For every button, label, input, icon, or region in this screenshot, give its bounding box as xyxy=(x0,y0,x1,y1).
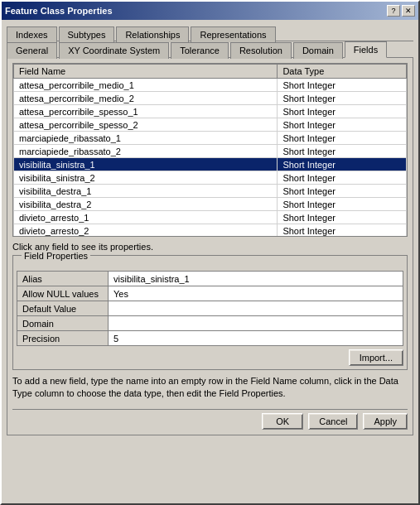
field-name-cell: attesa_percorribile_spesso_2 xyxy=(14,118,278,132)
field-name-cell: visibilita_sinistra_1 xyxy=(14,158,278,171)
field-properties-table: Aliasvisibilita_sinistra_1Allow NULL val… xyxy=(17,271,403,346)
tab-representations[interactable]: Representations xyxy=(191,26,275,42)
dialog-buttons: OK Cancel Apply xyxy=(12,409,408,430)
data-type-cell: Short Integer xyxy=(278,171,407,185)
table-row[interactable]: visibilita_destra_2Short Integer xyxy=(14,198,407,211)
tab-indexes[interactable]: Indexes xyxy=(7,26,57,42)
tab-row-1-wrapper: Indexes Subtypes Relationships Represent… xyxy=(7,25,413,41)
fields-table: Field Name Data Type attesa_percorribile… xyxy=(13,64,407,237)
data-type-cell: Short Integer xyxy=(278,145,407,158)
data-type-cell: Short Integer xyxy=(278,211,407,224)
fp-label: Precision xyxy=(17,331,109,346)
title-bar: Feature Class Properties ? ✕ xyxy=(2,2,418,20)
data-type-cell: Short Integer xyxy=(278,198,407,211)
table-row[interactable]: attesa_percorribile_spesso_2Short Intege… xyxy=(14,118,407,132)
ok-button[interactable]: OK xyxy=(262,413,303,430)
field-name-cell: marciapiede_ribassato_2 xyxy=(14,145,278,158)
data-type-cell: Short Integer xyxy=(278,185,407,198)
fp-value[interactable] xyxy=(109,316,403,331)
title-buttons: ? ✕ xyxy=(387,5,415,17)
window-title: Feature Class Properties xyxy=(5,6,113,16)
field-properties-title: Field Properties xyxy=(22,251,90,261)
fp-row: Domain xyxy=(17,316,403,331)
tab-fields[interactable]: Fields xyxy=(345,41,387,58)
table-row[interactable]: visibilita_sinistra_2Short Integer xyxy=(14,171,407,185)
fp-value[interactable]: visibilita_sinistra_1 xyxy=(109,272,403,286)
cancel-button[interactable]: Cancel xyxy=(308,413,358,430)
data-type-cell: Short Integer xyxy=(278,158,407,171)
fp-label: Allow NULL values xyxy=(17,286,109,301)
table-row[interactable]: marciapiede_ribassato_1Short Integer xyxy=(14,132,407,145)
tab-resolution[interactable]: Resolution xyxy=(230,42,292,59)
table-row[interactable]: divieto_arresto_1Short Integer xyxy=(14,211,407,224)
apply-button[interactable]: Apply xyxy=(363,413,408,430)
tab-subtypes[interactable]: Subtypes xyxy=(59,26,115,42)
fp-row: Aliasvisibilita_sinistra_1 xyxy=(17,272,403,286)
footer-text: To add a new field, type the name into a… xyxy=(12,375,408,401)
fp-value[interactable]: 5 xyxy=(109,331,403,346)
table-row[interactable]: divieto_arresto_2Short Integer xyxy=(14,224,407,238)
data-type-cell: Short Integer xyxy=(278,79,407,92)
tab-panel: Field Name Data Type attesa_percorribile… xyxy=(7,57,413,435)
tab-tolerance[interactable]: Tolerance xyxy=(171,42,229,59)
data-type-cell: Short Integer xyxy=(278,92,407,105)
fields-table-container[interactable]: Field Name Data Type attesa_percorribile… xyxy=(12,63,408,237)
field-properties-group: Field Properties Aliasvisibilita_sinistr… xyxy=(12,255,408,370)
field-name-cell: attesa_percorribile_medio_2 xyxy=(14,92,278,105)
field-name-cell: visibilita_sinistra_2 xyxy=(14,171,278,185)
fp-value[interactable] xyxy=(109,301,403,316)
field-name-cell: divieto_arresto_2 xyxy=(14,224,278,238)
close-button[interactable]: ✕ xyxy=(402,5,415,17)
field-name-cell: divieto_arresto_1 xyxy=(14,211,278,224)
table-row[interactable]: attesa_percorribile_spesso_1Short Intege… xyxy=(14,105,407,118)
table-row[interactable]: visibilita_sinistra_1Short Integer xyxy=(14,158,407,171)
col-field-name[interactable]: Field Name xyxy=(14,65,278,79)
tab-xy-coordinate[interactable]: XY Coordinate System xyxy=(59,42,169,59)
data-type-cell: Short Integer xyxy=(278,118,407,132)
fp-label: Alias xyxy=(17,272,109,286)
tab-row-2: General XY Coordinate System Tolerance R… xyxy=(7,41,413,58)
help-button[interactable]: ? xyxy=(387,5,400,17)
dialog-window: Feature Class Properties ? ✕ Indexes Sub… xyxy=(0,0,420,505)
field-name-cell: attesa_percorribile_spesso_1 xyxy=(14,105,278,118)
data-type-cell: Short Integer xyxy=(278,224,407,238)
data-type-cell: Short Integer xyxy=(278,132,407,145)
table-row[interactable]: attesa_percorribile_medio_2Short Integer xyxy=(14,92,407,105)
field-name-cell: visibilita_destra_2 xyxy=(14,198,278,211)
tab-row-2-wrapper: General XY Coordinate System Tolerance R… xyxy=(7,41,413,58)
fp-row: Default Value xyxy=(17,301,403,316)
fp-label: Domain xyxy=(17,316,109,331)
import-btn-row: Import... xyxy=(17,349,403,366)
field-name-cell: visibilita_destra_1 xyxy=(14,185,278,198)
tab-row-1: Indexes Subtypes Relationships Represent… xyxy=(7,25,413,41)
col-data-type[interactable]: Data Type xyxy=(278,65,407,79)
table-row[interactable]: visibilita_destra_1Short Integer xyxy=(14,185,407,198)
fp-row: Allow NULL valuesYes xyxy=(17,286,403,301)
table-row[interactable]: marciapiede_ribassato_2Short Integer xyxy=(14,145,407,158)
fp-label: Default Value xyxy=(17,301,109,316)
fp-value[interactable]: Yes xyxy=(109,286,403,301)
field-name-cell: attesa_percorribile_medio_1 xyxy=(14,79,278,92)
tab-general[interactable]: General xyxy=(7,42,57,59)
tab-relationships[interactable]: Relationships xyxy=(116,26,189,42)
import-button[interactable]: Import... xyxy=(349,349,403,366)
dialog-content: Indexes Subtypes Relationships Represent… xyxy=(2,20,418,440)
field-name-cell: marciapiede_ribassato_1 xyxy=(14,132,278,145)
fp-row: Precision5 xyxy=(17,331,403,346)
table-row[interactable]: attesa_percorribile_medio_1Short Integer xyxy=(14,79,407,92)
tab-domain[interactable]: Domain xyxy=(293,42,343,59)
data-type-cell: Short Integer xyxy=(278,105,407,118)
